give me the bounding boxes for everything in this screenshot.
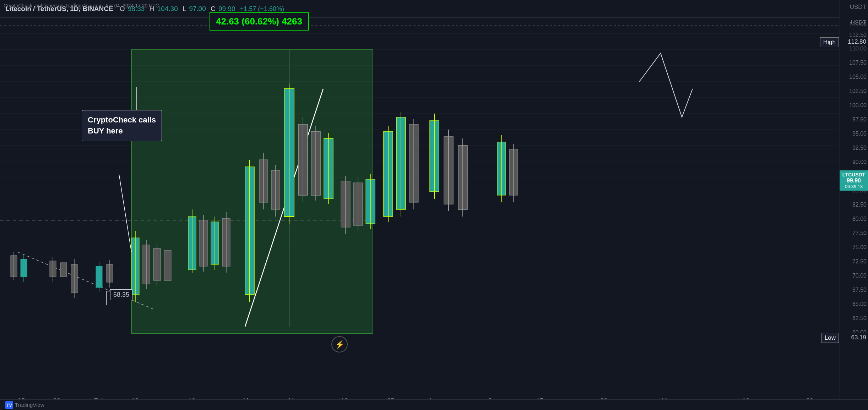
svg-rect-13 xyxy=(60,263,67,277)
ohlc-l-val: 97.00 xyxy=(189,5,206,12)
low-value: 63.19 xyxy=(840,333,868,342)
bottom-bar: TV TradingView xyxy=(0,399,868,410)
tv-logo-icon: TV xyxy=(5,401,13,409)
price-level-115: 115.00 xyxy=(849,21,867,28)
price-level-75: 75.00 xyxy=(852,244,867,251)
publisher-info: CryptoCheck- published on TradingView.co… xyxy=(4,3,159,9)
ohlc-h-val: 104.30 xyxy=(157,5,178,12)
svg-rect-26 xyxy=(164,250,171,280)
buy-callout: CryptoCheck calls BUY here xyxy=(82,110,162,141)
price-level-107: 107.50 xyxy=(849,60,867,66)
price-level-72: 72.50 xyxy=(852,258,867,265)
profit-label: 42.63 (60.62%) 4263 xyxy=(210,12,309,31)
price-level-95: 95.00 xyxy=(852,131,867,137)
ohlc-c-label: C xyxy=(211,5,216,12)
price-level-82: 82.50 xyxy=(852,202,867,208)
svg-text:⚡: ⚡ xyxy=(335,340,345,349)
price-level-65: 65.00 xyxy=(852,301,867,307)
price-level-105: 105.00 xyxy=(849,74,867,80)
usdt-label: USDT xyxy=(850,4,866,11)
price-level-90: 90.00 xyxy=(852,159,867,165)
tradingview-logo: TV TradingView xyxy=(5,401,44,409)
price-level-97: 97.50 xyxy=(852,116,867,123)
price-level-92: 92.50 xyxy=(852,145,867,151)
high-value: 112.80 xyxy=(840,37,868,47)
chart-container: Litecoin / TetherUS, 1D, BINANCE O 98.33… xyxy=(0,0,868,410)
price-level-67: 67.50 xyxy=(852,287,867,293)
svg-text:TV: TV xyxy=(6,403,12,408)
price-level-70: 70.00 xyxy=(852,273,867,279)
price-level-62: 62.50 xyxy=(852,315,867,322)
entry-price-label: 68.35 xyxy=(110,289,132,300)
ohlc-l-label: L xyxy=(183,5,186,12)
current-price-label: LTCUSDT 99.90 06:39:13 xyxy=(840,170,868,191)
ohlc-c-val: 99.90 xyxy=(218,5,235,12)
price-level-102: 102.50 xyxy=(849,88,867,94)
high-tag: High xyxy=(820,37,839,47)
low-tag: Low xyxy=(821,333,839,343)
svg-rect-1 xyxy=(0,18,840,389)
price-level-100: 100.00 xyxy=(849,102,867,109)
price-level-80: 80.00 xyxy=(852,216,867,222)
price-level-77: 77.50 xyxy=(852,230,867,236)
chart-svg: ⚡ xyxy=(0,18,840,389)
ohlc-change: +1.57 (+1.60%) xyxy=(240,5,284,12)
